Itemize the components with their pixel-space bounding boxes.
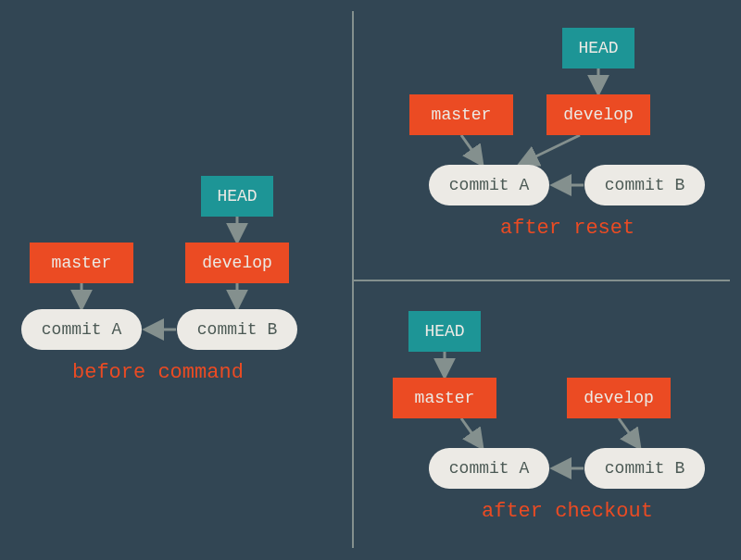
master-box-before: master bbox=[30, 243, 133, 283]
head-box-checkout: HEAD bbox=[408, 311, 481, 352]
develop-box-reset: develop bbox=[546, 94, 650, 135]
head-box-reset: HEAD bbox=[562, 28, 634, 68]
caption-before: before command bbox=[72, 361, 244, 384]
horizontal-divider bbox=[354, 280, 730, 281]
master-box-reset: master bbox=[409, 94, 513, 135]
commitA-box-before: commit A bbox=[21, 309, 142, 350]
diagram-stage: HEAD master develop commit A commit B be… bbox=[0, 0, 741, 560]
commitA-box-reset: commit A bbox=[429, 165, 549, 205]
commitB-box-before: commit B bbox=[177, 309, 297, 350]
arrow-master-to-commitA-reset bbox=[461, 135, 482, 164]
commitB-box-checkout: commit B bbox=[584, 448, 705, 489]
develop-box-before: develop bbox=[185, 243, 289, 283]
arrow-develop-to-commitB-checkout bbox=[619, 418, 639, 447]
master-box-checkout: master bbox=[393, 378, 496, 418]
arrow-master-to-commitA-checkout bbox=[461, 418, 482, 447]
head-box-before: HEAD bbox=[201, 176, 273, 217]
caption-after-reset: after reset bbox=[500, 217, 634, 240]
commitA-box-checkout: commit A bbox=[429, 448, 549, 489]
arrow-develop-to-commitA-reset bbox=[521, 135, 580, 164]
develop-box-checkout: develop bbox=[567, 378, 671, 418]
commitB-box-reset: commit B bbox=[584, 165, 705, 205]
caption-after-checkout: after checkout bbox=[482, 500, 653, 523]
